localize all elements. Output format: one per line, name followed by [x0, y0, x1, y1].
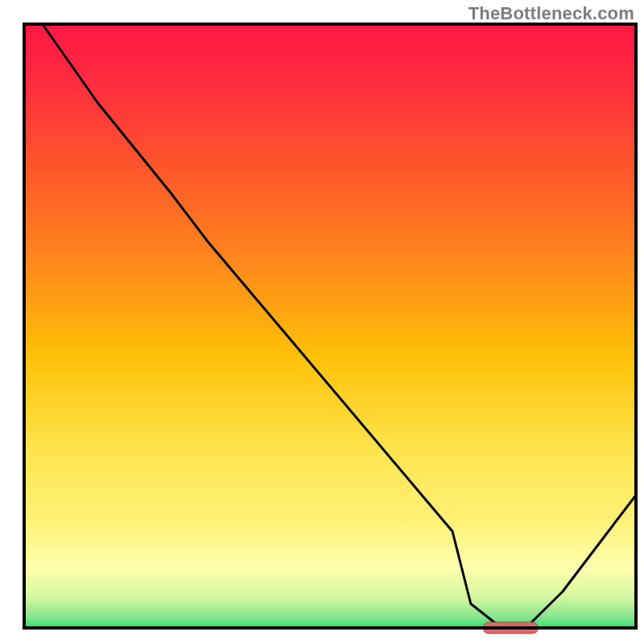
gradient-background [24, 24, 636, 628]
chart-container: TheBottleneck.com [0, 0, 644, 644]
bottleneck-chart [0, 0, 644, 644]
watermark-text: TheBottleneck.com [469, 3, 634, 24]
